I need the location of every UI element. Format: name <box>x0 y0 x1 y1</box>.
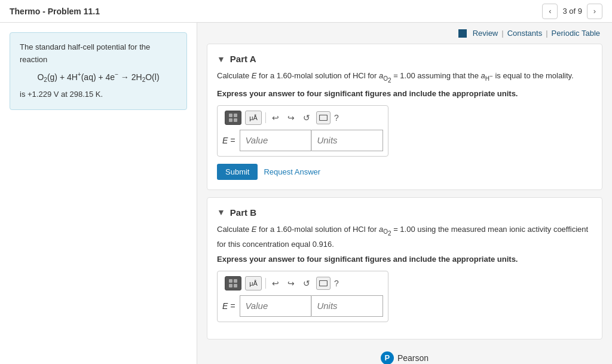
part-a-header: ▼ Part A <box>217 54 592 64</box>
part-a-reset-btn[interactable]: ↺ <box>301 112 313 124</box>
part-a-section: ▼ Part A Calculate E for a 1.60-molal so… <box>207 44 602 190</box>
part-a-help-btn[interactable]: ? <box>334 113 339 123</box>
pearson-logo-icon: P <box>381 351 394 364</box>
info-line2: is +1.229 V at 298.15 K. <box>20 88 177 101</box>
part-a-label: Part A <box>230 54 256 64</box>
part-b-answer-row: E = <box>222 295 383 317</box>
part-a-eq-label: E = <box>222 136 235 145</box>
svg-rect-14 <box>234 284 237 287</box>
constants-link[interactable]: Constants <box>507 29 543 38</box>
part-b-value-input[interactable] <box>240 295 311 317</box>
part-a-description: Calculate E for a 1.60-molal solution of… <box>217 70 592 85</box>
part-b-help-btn[interactable]: ? <box>334 279 339 288</box>
part-a-redo-btn[interactable]: ↪ <box>285 112 297 124</box>
nav-controls: ‹ 3 of 9 › <box>542 4 602 19</box>
app-title: Thermo - Problem 11.1 <box>10 7 100 16</box>
part-a-request-answer-link[interactable]: Request Answer <box>264 167 320 176</box>
part-a-actions: Submit Request Answer <box>217 164 592 180</box>
part-b-label: Part B <box>230 207 256 218</box>
part-b-undo-btn[interactable]: ↩ <box>270 277 281 289</box>
part-a-answer-row: E = <box>222 130 383 151</box>
part-a-arrow[interactable]: ▼ <box>217 54 225 64</box>
sidebar: The standard half-cell potential for the… <box>0 23 197 364</box>
review-icon <box>458 29 467 38</box>
content-area: Review | Constants | Periodic Table ▼ Pa… <box>197 23 612 364</box>
part-b-toolbar: μÅ ↩ ↪ ↺ <box>222 276 383 290</box>
part-b-description: Calculate E for a 1.60-molal solution of… <box>217 224 592 251</box>
part-a-keyboard-btn[interactable] <box>316 111 331 124</box>
svg-rect-13 <box>229 284 232 287</box>
pearson-footer: P Pearson <box>197 347 612 364</box>
periodic-table-link[interactable]: Periodic Table <box>552 29 600 38</box>
part-a-text-btn[interactable]: μÅ <box>245 111 262 125</box>
top-links: Review | Constants | Periodic Table <box>197 23 612 44</box>
part-b-matrix-btn[interactable] <box>225 276 241 290</box>
svg-rect-11 <box>229 279 232 283</box>
part-b-section: ▼ Part B Calculate E for a 1.60-molal so… <box>207 197 602 339</box>
part-b-keyboard-btn[interactable] <box>316 277 331 290</box>
svg-rect-4 <box>320 115 328 120</box>
part-b-reset-btn[interactable]: ↺ <box>301 277 313 289</box>
part-a-sep <box>265 112 266 123</box>
svg-rect-15 <box>320 280 328 286</box>
part-a-math-input: μÅ ↩ ↪ ↺ <box>217 105 388 157</box>
pearson-brand: Pearson <box>397 353 429 363</box>
part-a-submit-button[interactable]: Submit <box>217 164 258 180</box>
svg-rect-1 <box>234 114 237 117</box>
equation: O2(g) + 4H+(aq) + 4e− → 2H2O(l) <box>20 70 177 85</box>
part-a-value-input[interactable] <box>240 130 311 151</box>
part-b-eq-label: E = <box>222 301 235 311</box>
part-b-arrow[interactable]: ▼ <box>217 207 225 217</box>
part-a-instruction: Express your answer to four significant … <box>217 89 592 98</box>
svg-rect-2 <box>229 118 232 122</box>
sep2: | <box>546 29 547 38</box>
part-a-undo-btn[interactable]: ↩ <box>270 112 281 124</box>
part-b-text-btn[interactable]: μÅ <box>245 276 262 290</box>
nav-next-button[interactable]: › <box>587 4 602 19</box>
part-b-sep <box>265 278 266 289</box>
part-b-instruction: Express your answer to four significant … <box>217 255 592 264</box>
part-a-units-input[interactable] <box>311 130 383 151</box>
part-a-matrix-btn[interactable] <box>225 111 241 125</box>
info-box: The standard half-cell potential for the… <box>10 32 187 110</box>
svg-rect-3 <box>234 118 237 122</box>
info-line1: The standard half-cell potential for the… <box>20 41 177 66</box>
part-a-toolbar: μÅ ↩ ↪ ↺ <box>222 111 383 125</box>
svg-rect-0 <box>229 114 232 117</box>
part-b-units-input[interactable] <box>311 295 383 317</box>
part-b-math-input: μÅ ↩ ↪ ↺ <box>217 271 388 322</box>
app-header: Thermo - Problem 11.1 ‹ 3 of 9 › <box>0 0 612 23</box>
review-link[interactable]: Review <box>473 29 498 38</box>
nav-prev-button[interactable]: ‹ <box>542 4 558 19</box>
svg-rect-12 <box>234 279 237 283</box>
main-layout: The standard half-cell potential for the… <box>0 23 612 364</box>
sep1: | <box>501 29 503 38</box>
nav-count: 3 of 9 <box>562 7 582 16</box>
part-b-header: ▼ Part B <box>217 207 592 218</box>
part-b-redo-btn[interactable]: ↪ <box>285 277 297 289</box>
